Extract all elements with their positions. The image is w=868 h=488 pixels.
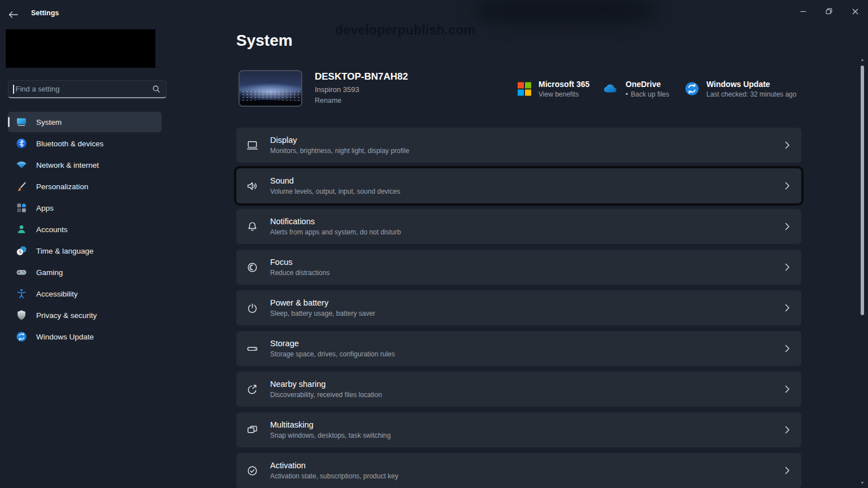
sidebar-item-privacy-security[interactable]: Privacy & security	[8, 305, 162, 325]
accessibility-icon	[16, 288, 27, 299]
row-title: Nearby sharing	[270, 380, 382, 389]
system-icon	[16, 116, 27, 128]
personalization-icon	[16, 181, 27, 192]
settings-rows-list: DisplayMonitors, brightness, night light…	[236, 128, 801, 488]
multitasking-icon	[246, 424, 259, 437]
sidebar-item-bluetooth-devices[interactable]: Bluetooth & devices	[8, 133, 162, 154]
row-subtitle: Storage space, drives, configuration rul…	[270, 350, 395, 358]
power-icon	[246, 302, 259, 315]
sidebar-item-time-language[interactable]: Time & language	[8, 241, 162, 261]
storage-icon	[246, 342, 259, 355]
onedrive-cloud-icon	[601, 83, 619, 95]
settings-row-multitasking[interactable]: MultitaskingSnap windows, desktops, task…	[236, 412, 801, 447]
row-title: Focus	[270, 258, 329, 267]
display-icon	[246, 139, 259, 152]
scroll-down-arrow[interactable]: ▼	[860, 481, 865, 485]
focus-icon	[246, 261, 259, 274]
quick-info-title: Windows Update	[706, 80, 796, 89]
sidebar-item-label: System	[36, 118, 62, 127]
row-subtitle: Volume levels, output, input, sound devi…	[270, 188, 400, 195]
search-input[interactable]	[14, 85, 153, 93]
row-title: Power & battery	[270, 298, 375, 307]
sidebar-item-gaming[interactable]: Gaming	[8, 262, 162, 282]
gaming-icon	[16, 267, 27, 278]
privacy-security-icon	[16, 310, 27, 321]
accounts-icon	[16, 224, 27, 235]
settings-row-notifications[interactable]: NotificationsAlerts from apps and system…	[236, 209, 801, 244]
chevron-right-icon	[783, 425, 791, 434]
device-name: DESKTOP-BN7AH82	[315, 71, 408, 82]
app-title: Settings	[31, 9, 59, 17]
row-subtitle: Discoverability, received files location	[270, 391, 382, 399]
row-title: Activation	[270, 461, 398, 470]
quick-info-microsoft-365[interactable]: Microsoft 365View benefits	[517, 80, 589, 98]
sidebar-item-accessibility[interactable]: Accessibility	[8, 284, 162, 304]
quick-info-windows-update-status[interactable]: Windows UpdateLast checked: 32 minutes a…	[684, 80, 796, 98]
chevron-right-icon	[783, 263, 791, 272]
search-box[interactable]	[8, 80, 167, 98]
sidebar-item-label: Bluetooth & devices	[36, 140, 103, 148]
dark-smudge	[472, 0, 658, 25]
quick-info-title: Microsoft 365	[539, 80, 589, 89]
settings-row-storage[interactable]: StorageStorage space, drives, configurat…	[236, 331, 801, 366]
sidebar-item-label: Apps	[36, 204, 54, 212]
bluetooth-icon	[16, 138, 27, 149]
settings-window: Settings developerpublish.com SystemBlue…	[0, 0, 868, 488]
device-model: Inspiron 3593	[315, 85, 408, 94]
row-title: Notifications	[270, 217, 401, 226]
main-content: System DESKTOP-BN7AH82 Inspiron 3593 Ren…	[236, 27, 801, 488]
device-section: DESKTOP-BN7AH82 Inspiron 3593 Rename Mic…	[236, 70, 801, 107]
row-subtitle: Activation state, subscriptions, product…	[270, 472, 398, 480]
chevron-right-icon	[783, 222, 791, 231]
sidebar-item-accounts[interactable]: Accounts	[8, 219, 162, 239]
quick-info-subtitle: View benefits	[539, 90, 589, 98]
sidebar-item-label: Gaming	[36, 268, 63, 277]
restore-button[interactable]	[816, 0, 842, 23]
row-subtitle: Monitors, brightness, night light, displ…	[270, 147, 409, 155]
apps-icon	[16, 202, 27, 213]
close-button[interactable]	[842, 0, 868, 23]
chevron-right-icon	[783, 141, 791, 150]
network-icon	[16, 159, 27, 171]
sidebar-item-apps[interactable]: Apps	[8, 198, 162, 218]
sidebar-item-network-internet[interactable]: Network & internet	[8, 155, 162, 175]
quick-info-subtitle: •Back up files	[626, 90, 669, 98]
row-subtitle: Reduce distractions	[270, 269, 329, 277]
row-subtitle: Snap windows, desktops, task switching	[270, 432, 390, 439]
sidebar: SystemBluetooth & devicesNetwork & inter…	[0, 27, 170, 488]
sidebar-item-label: Network & internet	[36, 161, 99, 169]
scroll-up-arrow[interactable]: ▲	[860, 58, 865, 62]
chevron-right-icon	[783, 181, 791, 190]
sidebar-item-windows-update[interactable]: Windows Update	[8, 326, 162, 347]
row-title: Sound	[270, 176, 400, 185]
rename-link[interactable]: Rename	[315, 97, 341, 104]
back-button[interactable]	[8, 8, 23, 21]
settings-row-nearby-sharing[interactable]: Nearby sharingDiscoverability, received …	[236, 372, 801, 407]
sound-icon	[246, 180, 259, 193]
sidebar-nav: SystemBluetooth & devicesNetwork & inter…	[2, 111, 167, 348]
search-icon[interactable]	[152, 85, 160, 93]
chevron-right-icon	[783, 303, 791, 312]
row-subtitle: Alerts from apps and system, do not dist…	[270, 228, 401, 236]
quick-info-subtitle: Last checked: 32 minutes ago	[706, 90, 796, 98]
sidebar-item-label: Personalization	[36, 182, 88, 191]
settings-row-sound[interactable]: SoundVolume levels, output, input, sound…	[236, 168, 801, 203]
time-language-icon	[16, 245, 27, 256]
sidebar-item-system[interactable]: System	[8, 112, 162, 132]
settings-row-display[interactable]: DisplayMonitors, brightness, night light…	[236, 128, 801, 163]
bell-icon	[246, 220, 259, 233]
chevron-right-icon	[783, 385, 791, 394]
scrollbar[interactable]: ▲ ▼	[860, 56, 865, 486]
settings-row-activation[interactable]: ActivationActivation state, subscription…	[236, 453, 801, 488]
windows-update-icon	[16, 331, 27, 342]
settings-row-power-battery[interactable]: Power & batterySleep, battery usage, bat…	[236, 290, 801, 325]
minimize-button[interactable]	[790, 0, 816, 23]
sidebar-item-personalization[interactable]: Personalization	[8, 176, 162, 197]
microsoft-logo-icon	[517, 81, 532, 96]
row-title: Multitasking	[270, 420, 390, 429]
sidebar-item-label: Time & language	[36, 247, 94, 255]
scrollbar-thumb[interactable]	[861, 66, 864, 315]
activation-icon	[246, 464, 259, 477]
settings-row-focus[interactable]: FocusReduce distractions	[236, 250, 801, 285]
quick-info-onedrive[interactable]: OneDrive•Back up files	[601, 80, 669, 98]
